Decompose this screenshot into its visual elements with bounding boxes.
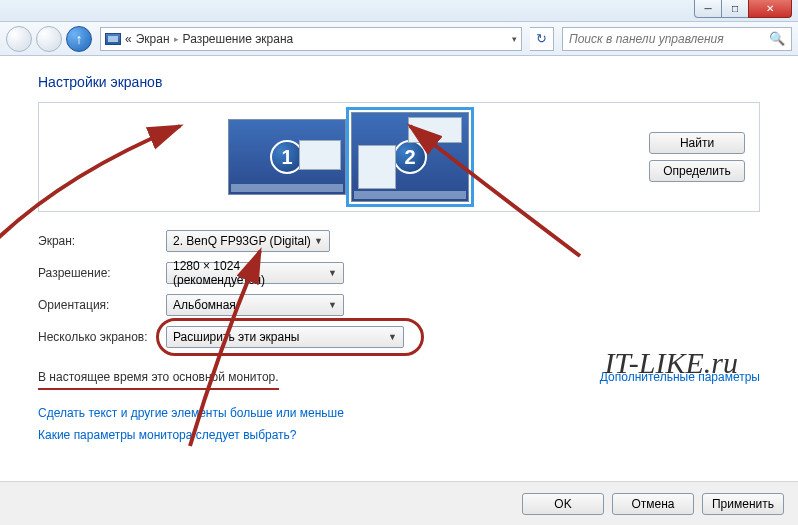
resolution-value: 1280 × 1024 (рекомендуется) — [173, 259, 328, 287]
window-thumbnail-icon — [408, 117, 462, 143]
resolution-dropdown[interactable]: 1280 × 1024 (рекомендуется) ▼ — [166, 262, 344, 284]
multi-label: Несколько экранов: — [38, 330, 166, 344]
forward-button[interactable] — [36, 26, 62, 52]
chevron-down-icon: ▼ — [314, 236, 323, 246]
close-button[interactable]: ✕ — [748, 0, 792, 18]
cancel-button[interactable]: Отмена — [612, 493, 694, 515]
monitor-icon — [105, 33, 121, 45]
primary-monitor-status: В настоящее время это основной монитор. — [38, 370, 279, 390]
advanced-settings-link[interactable]: Дополнительные параметры — [600, 370, 760, 384]
search-icon[interactable]: 🔍 — [769, 31, 785, 46]
chevron-right-icon: ▸ — [174, 34, 179, 44]
minimize-button[interactable]: ─ — [694, 0, 722, 18]
settings-form: Экран: 2. BenQ FP93GP (Digital) ▼ Разреш… — [38, 230, 760, 348]
window-thumbnail-icon — [299, 140, 341, 170]
chevron-down-icon: ▼ — [328, 300, 337, 310]
multiple-displays-dropdown[interactable]: Расширить эти экраны ▼ — [166, 326, 404, 348]
window-titlebar: ─ □ ✕ — [0, 0, 798, 22]
resolution-label: Разрешение: — [38, 266, 166, 280]
dialog-buttons: OK Отмена Применить — [0, 481, 798, 525]
breadcrumb-sep: « — [125, 32, 132, 46]
text-size-link[interactable]: Сделать текст и другие элементы больше и… — [38, 406, 760, 420]
maximize-button[interactable]: □ — [721, 0, 749, 18]
orientation-dropdown[interactable]: Альбомная ▼ — [166, 294, 344, 316]
monitor-2[interactable]: 2 — [351, 112, 469, 202]
apply-button[interactable]: Применить — [702, 493, 784, 515]
breadcrumb[interactable]: « Экран ▸ Разрешение экрана ▾ — [100, 27, 522, 51]
monitor-number-badge: 2 — [393, 140, 427, 174]
search-box[interactable]: 🔍 — [562, 27, 792, 51]
chevron-down-icon: ▼ — [328, 268, 337, 278]
find-button[interactable]: Найти — [649, 132, 745, 154]
breadcrumb-item[interactable]: Экран — [136, 32, 170, 46]
chevron-down-icon: ▼ — [388, 332, 397, 342]
multi-value: Расширить эти экраны — [173, 330, 299, 344]
screen-dropdown[interactable]: 2. BenQ FP93GP (Digital) ▼ — [166, 230, 330, 252]
refresh-button[interactable]: ↻ — [530, 27, 554, 51]
orientation-value: Альбомная — [173, 298, 236, 312]
chevron-down-icon[interactable]: ▾ — [512, 34, 517, 44]
screen-value: 2. BenQ FP93GP (Digital) — [173, 234, 311, 248]
window-thumbnail-icon — [358, 145, 396, 189]
breadcrumb-item[interactable]: Разрешение экрана — [183, 32, 294, 46]
search-input[interactable] — [569, 32, 769, 46]
monitor-help-link[interactable]: Какие параметры монитора следует выбрать… — [38, 428, 760, 442]
detect-button[interactable]: Определить — [649, 160, 745, 182]
screen-label: Экран: — [38, 234, 166, 248]
back-button[interactable] — [6, 26, 32, 52]
monitor-2-selected: 2 — [346, 107, 474, 207]
taskbar-icon — [231, 184, 343, 192]
refresh-icon: ↻ — [536, 31, 547, 46]
taskbar-icon — [354, 191, 466, 199]
navigation-bar: ↑ « Экран ▸ Разрешение экрана ▾ ↻ 🔍 — [0, 22, 798, 56]
monitor-1[interactable]: 1 — [228, 119, 346, 195]
page-title: Настройки экранов — [38, 74, 760, 90]
monitors-preview: 1 2 Найти Определить — [38, 102, 760, 212]
up-button[interactable]: ↑ — [66, 26, 92, 52]
ok-button[interactable]: OK — [522, 493, 604, 515]
orientation-label: Ориентация: — [38, 298, 166, 312]
